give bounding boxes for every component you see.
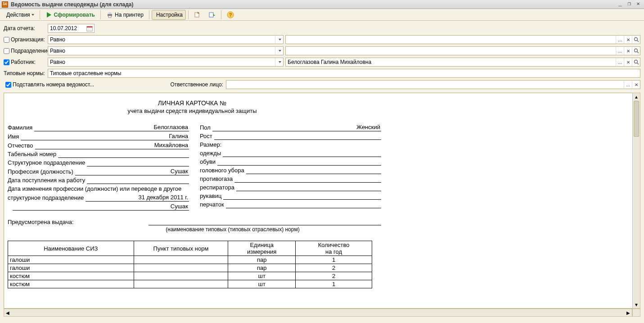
cell-qty: 1 <box>296 256 372 264</box>
org-operator-combo[interactable]: Равно <box>48 35 284 44</box>
maximize-button[interactable]: ❐ <box>625 1 633 8</box>
div-clear-button[interactable]: ✕ <box>624 47 632 55</box>
emp-ellipsis-button[interactable]: ... <box>616 58 624 66</box>
table-row: галошипар1 <box>8 256 372 264</box>
div-checkbox[interactable] <box>4 48 9 54</box>
div-ellipsis-button[interactable]: ... <box>616 47 624 55</box>
patronym-label: Отчество <box>8 142 35 149</box>
actions-label: Действия <box>6 12 30 18</box>
svg-rect-3 <box>108 16 111 18</box>
emp-op-dropdown-button[interactable] <box>275 58 283 66</box>
gas-value <box>234 176 381 183</box>
report-date-field[interactable]: 10.07.2012 <box>48 24 95 33</box>
hiredate-value <box>87 178 189 184</box>
cell-qty: 1 <box>296 280 372 288</box>
actions-menu[interactable]: Действия <box>2 10 37 20</box>
chevron-down-icon <box>32 14 34 16</box>
org-value-field[interactable]: ... ✕ <box>285 35 640 44</box>
gloves-value <box>226 202 381 208</box>
mittens-value <box>223 193 381 200</box>
minimize-button[interactable]: _ <box>616 1 624 8</box>
horizontal-scrollbar[interactable]: ◀ ▶ <box>4 309 632 317</box>
export-button[interactable] <box>191 10 204 20</box>
height-label: Рост <box>200 132 214 140</box>
resp-clear-button[interactable]: ✕ <box>632 81 640 89</box>
emp-label: Работник: <box>11 59 36 65</box>
form-button[interactable]: Сформировать <box>42 10 98 20</box>
norms-field[interactable]: Типовые отраслевые нормы <box>48 69 640 78</box>
org-ellipsis-button[interactable]: ... <box>616 36 624 44</box>
svg-rect-5 <box>209 13 213 17</box>
cell-qty: 2 <box>296 264 372 272</box>
org-open-button[interactable] <box>632 36 640 44</box>
tabnum-value <box>58 152 189 158</box>
resp-field[interactable]: ... ✕ <box>226 80 640 89</box>
height-value <box>214 134 381 140</box>
div-op-dropdown-button[interactable] <box>275 47 283 55</box>
patronym-value: Михайловна <box>35 141 189 149</box>
cell-name: костюм <box>8 272 134 280</box>
svg-rect-2 <box>108 12 111 14</box>
emp-clear-button[interactable]: ✕ <box>624 58 632 66</box>
svg-point-12 <box>634 38 637 41</box>
resp-ellipsis-button[interactable]: ... <box>624 81 632 89</box>
calendar-icon[interactable] <box>86 25 93 32</box>
subst-checkbox[interactable] <box>5 82 11 88</box>
chevron-down-icon <box>279 39 281 40</box>
cloth-label: одежды <box>200 149 223 157</box>
app-icon <box>2 1 8 8</box>
change-label-1: Дата изменения профессии (должности) или… <box>8 185 183 193</box>
date-value: 10.07.2012 <box>49 25 86 31</box>
import-button[interactable] <box>205 10 219 20</box>
chevron-down-icon <box>279 50 281 52</box>
report-document: ЛИЧНАЯ КАРТОЧКА № учета выдачи средств и… <box>4 93 625 309</box>
scroll-up-arrow[interactable]: ▲ <box>633 93 640 100</box>
org-clear-button[interactable]: ✕ <box>624 36 632 44</box>
filter-panel: Дата отчета: 10.07.2012 Организация: Рав… <box>0 21 644 93</box>
prof-label: Профессия (должность) <box>8 168 75 175</box>
svg-marker-0 <box>47 12 51 18</box>
cell-norm <box>134 264 228 272</box>
respirator-label: респиратора <box>200 184 236 191</box>
report-area[interactable]: ЛИЧНАЯ КАРТОЧКА № учета выдачи средств и… <box>4 93 640 309</box>
scroll-corner <box>632 309 640 317</box>
svg-rect-9 <box>87 27 92 28</box>
div-value-field[interactable]: ... ✕ <box>285 46 640 55</box>
chevron-down-icon <box>279 61 281 63</box>
emp-operator-combo[interactable]: Равно <box>48 58 284 67</box>
doc-title-1: ЛИЧНАЯ КАРТОЧКА № <box>8 99 377 107</box>
export-icon <box>194 11 201 18</box>
div-label-cell: Подразделение: <box>4 48 48 54</box>
siz-table: Наименование СИЗ Пункт типовых норм Един… <box>8 241 372 288</box>
help-button[interactable]: ? <box>224 10 237 20</box>
org-checkbox[interactable] <box>4 37 9 43</box>
sex-label: Пол <box>200 124 212 131</box>
col-unit: Единицаизмерения <box>228 241 296 256</box>
scroll-left-arrow[interactable]: ◀ <box>4 309 11 316</box>
div-operator-combo[interactable]: Равно <box>48 46 284 55</box>
cell-norm <box>134 272 228 280</box>
settings-button[interactable]: Настройка <box>152 10 186 20</box>
emp-value-field[interactable]: Белоглазова Галина Михайловна ... ✕ <box>285 58 640 67</box>
close-button[interactable]: ✕ <box>634 1 642 8</box>
prof-value: Сушак <box>75 167 189 175</box>
scroll-down-arrow[interactable]: ▼ <box>633 301 640 308</box>
div-open-button[interactable] <box>632 47 640 55</box>
emp-checkbox[interactable] <box>4 59 9 65</box>
vertical-scrollbar[interactable]: ▲ ▼ <box>632 93 640 309</box>
table-row: костюмшт2 <box>8 272 372 280</box>
div-label: Подразделение: <box>11 48 52 54</box>
issue-line <box>149 219 381 225</box>
issue-caption: (наименование типовых (типовых отраслевы… <box>84 226 381 233</box>
org-op-dropdown-button[interactable] <box>275 36 283 44</box>
cell-unit: шт <box>228 272 296 280</box>
print-button[interactable]: На принтер <box>103 10 147 20</box>
cell-name: галоши <box>8 264 134 272</box>
help-icon: ? <box>227 11 234 18</box>
scroll-thumb[interactable] <box>634 101 639 137</box>
svg-line-15 <box>637 52 639 53</box>
emp-open-button[interactable] <box>632 58 640 66</box>
printer-icon <box>106 11 113 18</box>
scroll-right-arrow[interactable]: ▶ <box>625 309 632 316</box>
norms-value: Типовые отраслевые нормы <box>48 70 640 76</box>
